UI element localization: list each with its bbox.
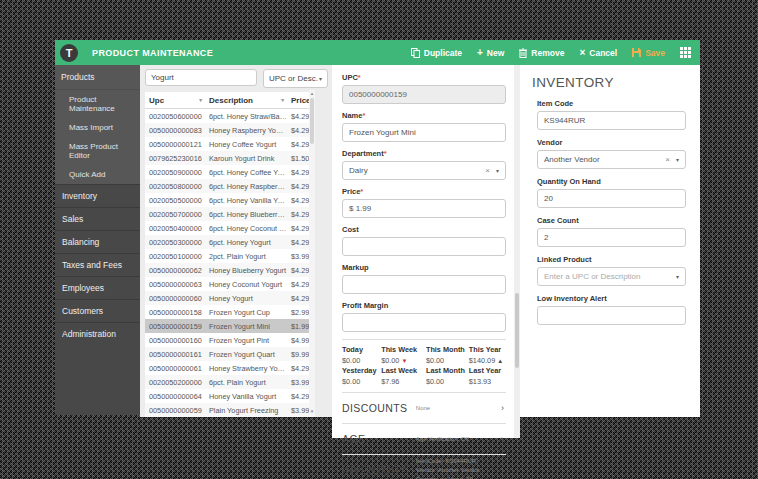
cell-description: Frozen Yogurt Cup <box>205 308 287 317</box>
low-inventory-alert-field[interactable] <box>537 306 686 325</box>
cell-upc: 0050000000159 <box>145 322 205 331</box>
sidebar-item-balancing[interactable]: Balancing <box>55 230 140 253</box>
department-label: Department* <box>342 149 506 158</box>
cost-field[interactable] <box>342 237 506 256</box>
table-row[interactable]: 0050000000083Honey Raspberry Yogurt$4.29 <box>145 123 315 137</box>
item-code-field[interactable]: KS944RUR <box>537 111 686 130</box>
chevron-down-icon: ▾ <box>676 156 679 163</box>
case-count-field[interactable]: 2 <box>537 228 686 247</box>
table-row[interactable]: 00200504000006pct. Honey Coconut Yo...$4… <box>145 221 315 235</box>
column-header-description[interactable]: Description▾ <box>205 96 287 105</box>
quantity-on-hand-value: 20 <box>544 194 553 203</box>
accordion-summary: Age Verification: Off <box>416 435 485 444</box>
table-row[interactable]: 0050000000064Honey Vanilla Yogurt$4.29 <box>145 389 315 403</box>
cell-upc: 0020050400000 <box>145 224 205 233</box>
chevron-down-icon: ▾ <box>676 273 679 280</box>
cancel-button[interactable]: ×Cancel <box>579 48 617 58</box>
table-row[interactable]: 00200501000002pct. Plain Yogurt$3.99 <box>145 249 315 263</box>
table-row[interactable]: 0079625230016Karoun Yogurt Drink$1.50 <box>145 151 315 165</box>
profit-margin-field[interactable] <box>342 313 506 332</box>
remove-button[interactable]: Remove <box>519 48 564 58</box>
form-scrollbar[interactable] <box>514 65 520 438</box>
cell-description: 6pct. Plain Yogurt <box>205 378 287 387</box>
table-row[interactable]: 00200505000006pct. Honey Vanilla Yogurt$… <box>145 193 315 207</box>
cell-description: Honey Raspberry Yogurt <box>205 126 287 135</box>
table-row[interactable]: 0050000000063Honey Coconut Yogurt$4.29 <box>145 277 315 291</box>
item-code-value: KS944RUR <box>544 116 585 125</box>
search-input[interactable] <box>145 69 257 86</box>
inventory-panel: INVENTORY Item CodeKS944RURVendorAnother… <box>520 65 700 417</box>
accordion-summary: None <box>416 404 485 413</box>
markup-field[interactable] <box>342 275 506 294</box>
linked-product-field[interactable]: Enter a UPC or Description▾ <box>537 267 686 286</box>
cell-upc: 0050000000121 <box>145 140 205 149</box>
table-row[interactable]: 00200503000006pct. Honey Yogurt$4.29 <box>145 235 315 249</box>
table-row[interactable]: 0050000000161Frozen Yogurt Quart$9.99 <box>145 347 315 361</box>
cell-upc: 0020050700000 <box>145 210 205 219</box>
stat-value: $0.00 <box>342 356 379 367</box>
form-scrollbar-thumb[interactable] <box>515 293 519 368</box>
stats-column: Today$0.00 Yesterday$0.00 <box>342 345 379 387</box>
table-row[interactable]: 0050000000062Honey Blueberry Yogurt$4.29 <box>145 263 315 277</box>
filter-type-value: UPC or Desc. <box>269 74 318 83</box>
cell-description: 6pct. Honey Straw/Ban ... <box>205 112 287 121</box>
table-row[interactable]: 00200507000006pct. Honey Blueberry Y...$… <box>145 207 315 221</box>
table-row[interactable]: 00200502000006pct. Plain Yogurt$3.99 <box>145 375 315 389</box>
table-row[interactable]: 0050000000121Honey Coffee Yogurt$4.29 <box>145 137 315 151</box>
stat-value: $0.00 <box>426 377 467 388</box>
clear-icon[interactable]: × <box>485 166 490 175</box>
clear-icon[interactable]: × <box>665 155 670 164</box>
save-button[interactable]: Save <box>632 48 665 58</box>
table-scrollbar[interactable]: ▴ ▾ <box>309 90 315 414</box>
sidebar-item-product-maintenance[interactable]: Product Maintenance <box>55 90 140 118</box>
logo-letter: T <box>66 47 73 59</box>
sidebar-item-inventory[interactable]: Inventory <box>55 184 140 207</box>
cell-description: Honey Coconut Yogurt <box>205 280 287 289</box>
table-row[interactable]: 0050000000059Plain Yogurt Freezing$3.99 <box>145 403 315 417</box>
vendor-group: VendorAnother Vendor×▾ <box>537 138 686 169</box>
table-row[interactable]: 0050000000061Honey Strawberry Yogurt$4.2… <box>145 361 315 375</box>
accordion-discounts[interactable]: DISCOUNTSNone› <box>342 393 506 424</box>
sidebar-item-mass-import[interactable]: Mass Import <box>55 118 140 137</box>
cell-description: Frozen Yogurt Pint <box>205 336 287 345</box>
vendor-field[interactable]: Another Vendor×▾ <box>537 150 686 169</box>
table-row[interactable]: 0050000000060Honey Yogurt$4.29 <box>145 291 315 305</box>
name-field[interactable]: Frozen Yogurt Mini <box>342 123 506 142</box>
accordion-title: AGE <box>342 433 365 445</box>
price-field[interactable]: $ 1.99 <box>342 199 506 218</box>
scroll-up-icon[interactable]: ▴ <box>309 90 315 96</box>
sidebar-item-customers[interactable]: Customers <box>55 299 140 322</box>
quantity-on-hand-group: Quantity On Hand20 <box>537 177 686 208</box>
sidebar-item-administration[interactable]: Administration <box>55 322 140 345</box>
sidebar-item-employees[interactable]: Employees <box>55 276 140 299</box>
sidebar-item-quick-add[interactable]: Quick Add <box>55 165 140 184</box>
scroll-down-icon[interactable]: ▾ <box>309 408 315 414</box>
desktop-background: T PRODUCT MAINTENANCE Duplicate+NewRemov… <box>0 0 758 479</box>
table-row[interactable]: 0050000000158Frozen Yogurt Cup$2.99 <box>145 305 315 319</box>
filter-type-select[interactable]: UPC or Desc. ▾ <box>263 69 328 88</box>
grid-icon[interactable] <box>680 47 691 58</box>
app-logo-icon: T <box>60 44 78 62</box>
quantity-on-hand-field[interactable]: 20 <box>537 189 686 208</box>
table-row[interactable]: 00200509000006pct. Honey Coffee Yogurt$4… <box>145 165 315 179</box>
form-accordions: DISCOUNTSNone›AGEAge Verification: Off›I… <box>342 393 506 479</box>
table-row[interactable]: 00200506000006pct. Honey Straw/Ban ...$4… <box>145 109 315 123</box>
sidebar-item-products[interactable]: Products <box>55 65 140 90</box>
column-header-upc[interactable]: Upc▾ <box>145 96 205 105</box>
table-row[interactable]: 00200508000006pct. Honey Raspberry ...$4… <box>145 179 315 193</box>
chevron-down-icon: ▾ <box>319 75 322 82</box>
new-button[interactable]: +New <box>477 48 504 58</box>
column-header-label: Description <box>209 96 253 105</box>
sidebar-item-mass-product-editor[interactable]: Mass Product Editor <box>55 137 140 165</box>
accordion-inventory[interactable]: INVENTORYItemCode: KS944RUR, Vendor: Ano… <box>342 455 506 479</box>
department-field[interactable]: Dairy×▾ <box>342 161 506 180</box>
table-row[interactable]: 0050000000159Frozen Yogurt Mini$1.99 <box>145 319 315 333</box>
sidebar-item-sales[interactable]: Sales <box>55 207 140 230</box>
table-scrollbar-thumb[interactable] <box>310 98 314 144</box>
sidebar-item-taxes-and-fees[interactable]: Taxes and Fees <box>55 253 140 276</box>
table-row[interactable]: 0050000000160Frozen Yogurt Pint$4.99 <box>145 333 315 347</box>
accordion-age[interactable]: AGEAge Verification: Off› <box>342 424 506 455</box>
stat-label: This Month <box>426 345 467 356</box>
duplicate-button[interactable]: Duplicate <box>411 48 462 58</box>
stat-value: $140.09 ▲ <box>469 356 506 367</box>
